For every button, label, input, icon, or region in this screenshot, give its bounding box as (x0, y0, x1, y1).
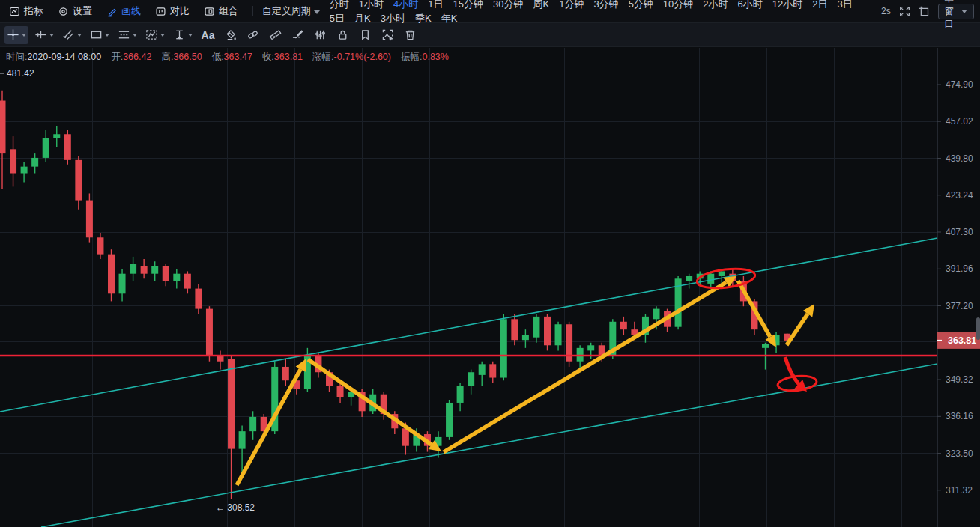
drawing-toolbar: Aa (0, 23, 980, 47)
chevron-down-icon (77, 34, 82, 37)
svg-text:311.32: 311.32 (946, 485, 973, 496)
menu-item-label: 画线 (121, 4, 141, 18)
ohlc-amplitude: 振幅:0.83% (401, 51, 449, 64)
chevron-down-icon (105, 34, 109, 37)
timeframe-5日[interactable]: 5日 (330, 13, 345, 24)
window-mode-dropdown[interactable]: 单窗口 (938, 4, 974, 19)
crosshair-tool[interactable] (4, 26, 28, 44)
new-window-icon[interactable] (919, 6, 930, 17)
ruler-icon[interactable] (266, 26, 285, 44)
fullscreen-icon[interactable] (899, 6, 910, 17)
ohlc-change: 涨幅:-0.71%(-2.60) (312, 51, 391, 64)
menu-item-label: 组合 (219, 4, 238, 18)
grid-layer (0, 48, 937, 527)
rectangle-tool[interactable] (88, 26, 112, 44)
menu-item-settings[interactable]: 设置 (58, 4, 92, 18)
bar-marker-icon[interactable] (311, 26, 330, 44)
timeframe-1分钟[interactable]: 1分钟 (559, 0, 584, 10)
chevron-down-icon (133, 34, 137, 37)
parallel-channel-tool[interactable] (115, 26, 139, 44)
chevron-down-icon (22, 34, 26, 37)
price-range-tool[interactable] (171, 26, 195, 44)
trend-line-tool[interactable] (60, 26, 84, 44)
horizontal-line-tool[interactable] (32, 26, 56, 44)
annotations-layer: 481.42← 308.52 (0, 68, 937, 527)
timeframe-12小时[interactable]: 12小时 (772, 0, 802, 10)
timeframe-2日[interactable]: 2日 (812, 0, 827, 10)
bookmark-icon[interactable] (356, 26, 375, 44)
menu-item-layout[interactable]: 组合 (204, 4, 238, 18)
last-price-badge: 363.81 (937, 332, 980, 349)
axis-scrollbar (976, 317, 980, 340)
timeframe-分时[interactable]: 分时 (330, 0, 349, 10)
svg-text:457.02: 457.02 (946, 116, 973, 127)
menu-item-draw[interactable]: 画线 (106, 4, 141, 18)
timeframe-30分钟[interactable]: 30分钟 (493, 0, 523, 10)
timeframe-10分钟[interactable]: 10分钟 (663, 0, 693, 10)
ohlc-close: 收:363.81 (262, 51, 303, 64)
menu-item-label: 指标 (24, 4, 43, 18)
chart-region: 时间:2020-09-14 08:00 开:366.42 高:366.50 低:… (0, 48, 980, 527)
timeframe-3日[interactable]: 3日 (838, 0, 853, 10)
chevron-down-icon (49, 34, 54, 37)
svg-text:← 308.52: ← 308.52 (216, 502, 255, 513)
toolbar-divider (252, 6, 253, 16)
timeframe-3分钟[interactable]: 3分钟 (593, 0, 618, 10)
eraser-icon[interactable] (221, 26, 240, 44)
text-tool[interactable]: Aa (199, 26, 217, 44)
svg-text:423.24: 423.24 (946, 190, 973, 201)
svg-text:349.32: 349.32 (946, 374, 973, 385)
timeframe-年K[interactable]: 年K (441, 13, 458, 24)
lock-icon[interactable] (333, 26, 352, 44)
timeframe-1日[interactable]: 1日 (428, 0, 443, 10)
compare-icon (155, 6, 166, 17)
indicator-icon (9, 6, 20, 17)
y-axis: 474.90457.02439.80423.24407.30391.96377.… (937, 79, 973, 496)
brush-icon[interactable] (288, 26, 307, 44)
timeframe-2小时[interactable]: 2小时 (703, 0, 728, 10)
timeframe-15分钟[interactable]: 15分钟 (453, 0, 483, 10)
pencil-icon (106, 6, 118, 17)
chevron-down-icon (961, 10, 967, 13)
main-toolbar: 指标 设置 画线 对比 (0, 0, 980, 23)
svg-text:407.30: 407.30 (946, 227, 973, 237)
timeframe-月K[interactable]: 月K (354, 13, 371, 24)
ohlc-info-bar: 时间:2020-09-14 08:00 开:366.42 高:366.50 低:… (6, 51, 449, 64)
timeframe-季K[interactable]: 季K (415, 13, 432, 24)
delete-icon[interactable] (401, 26, 420, 44)
timeframe-4小时[interactable]: 4小时 (393, 0, 418, 10)
chevron-down-icon (188, 34, 193, 37)
screenshot-icon[interactable] (378, 26, 397, 44)
ohlc-high: 高:366.50 (161, 51, 202, 64)
svg-text:363.81: 363.81 (948, 335, 976, 346)
ohlc-low: 低:363.47 (212, 51, 252, 64)
menu-item-label: 对比 (170, 4, 190, 18)
svg-text:439.80: 439.80 (946, 153, 973, 164)
chevron-down-icon (314, 10, 320, 14)
timeframe-1小时[interactable]: 1小时 (359, 0, 384, 10)
svg-text:474.90: 474.90 (946, 79, 973, 90)
svg-text:377.20: 377.20 (946, 301, 973, 311)
chart-canvas[interactable]: 481.42← 308.52474.90457.02439.80423.2440… (0, 48, 980, 527)
ohlc-open: 开:366.42 (111, 51, 151, 64)
custom-period-dropdown[interactable]: 自定义周期 (262, 4, 320, 18)
timeframe-3小时[interactable]: 3小时 (381, 13, 405, 24)
trading-chart-app: 指标 设置 画线 对比 (0, 0, 980, 527)
timeframe-6小时[interactable]: 6小时 (738, 0, 763, 10)
topbar-right-controls: 2s 单窗口 (881, 4, 974, 19)
gear-icon (58, 6, 69, 17)
timeframe-bar: 自定义周期 分时1小时4小时1日15分钟30分钟周K1分钟3分钟5分钟10分钟2… (262, 0, 881, 25)
timeframe-list: 分时1小时4小时1日15分钟30分钟周K1分钟3分钟5分钟10分钟2小时6小时1… (330, 0, 881, 25)
timeframe-周K[interactable]: 周K (533, 0, 549, 10)
ohlc-time: 时间:2020-09-14 08:00 (6, 51, 101, 64)
chevron-down-icon (160, 34, 165, 37)
menu-item-compare[interactable]: 对比 (155, 4, 190, 18)
pattern-tool[interactable] (143, 26, 167, 44)
magnet-icon[interactable] (244, 26, 262, 44)
layout-icon (204, 6, 215, 17)
svg-text:336.16: 336.16 (946, 411, 973, 421)
timeframe-5分钟[interactable]: 5分钟 (629, 0, 653, 10)
menu-item-label: 设置 (73, 4, 92, 18)
svg-text:391.96: 391.96 (946, 264, 973, 274)
menu-item-indicators[interactable]: 指标 (9, 4, 43, 18)
